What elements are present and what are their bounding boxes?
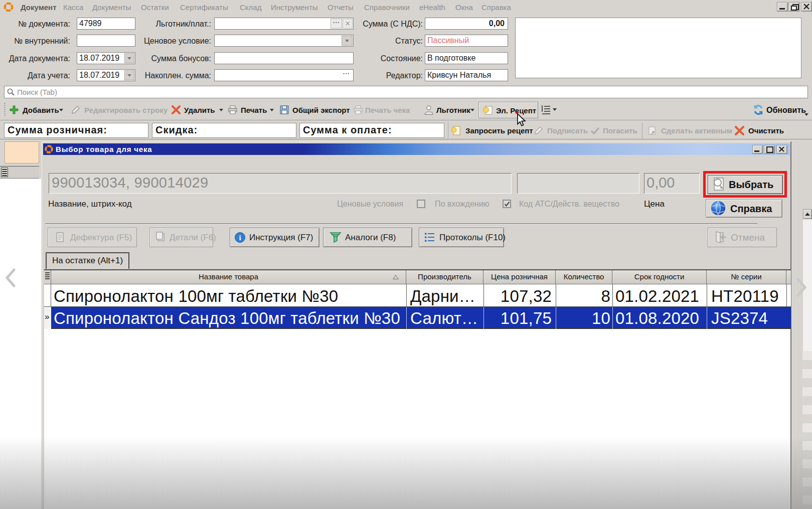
svg-text:i: i [239,234,241,242]
